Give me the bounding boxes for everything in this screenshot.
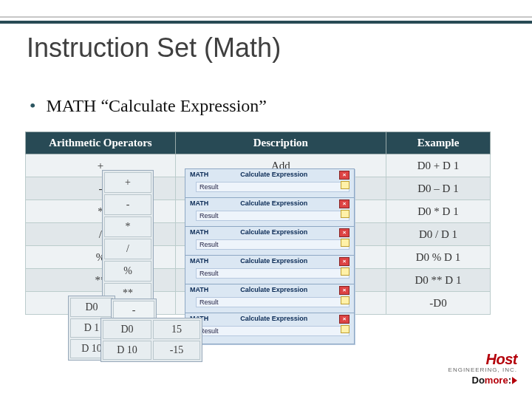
- popup-title-right: Calculate Expression: [240, 200, 307, 208]
- popup-result-row: Result: [196, 211, 349, 221]
- math-popup: MATHCalculate Expression× Result: [185, 255, 355, 287]
- popup-badge: [341, 239, 349, 247]
- popup-title-right: Calculate Expression: [240, 257, 307, 266]
- frag-reg: D 10: [103, 341, 151, 360]
- ex-cell: D0 ** D 1: [386, 269, 490, 292]
- math-popup: MATHCalculate Expression× Result: [185, 284, 355, 316]
- close-icon[interactable]: ×: [339, 257, 349, 266]
- popup-title-right: Calculate Expression: [240, 228, 307, 237]
- fragment-ops-column: + - * / % **: [102, 170, 154, 306]
- tagline-post: :: [508, 375, 511, 386]
- popup-result-row: Result: [196, 239, 349, 250]
- frag-op: -: [104, 194, 151, 215]
- popup-result-row: Result: [196, 268, 349, 279]
- math-popup: MATHCalculate Expression× Result: [185, 168, 355, 200]
- popup-title-left: MATH: [190, 171, 208, 180]
- brand-logo: Host ENGINEERING, INC. Domore:: [449, 351, 517, 386]
- popup-title-left: MATH: [190, 257, 208, 266]
- close-icon[interactable]: ×: [339, 200, 349, 208]
- ex-cell: -D0: [386, 292, 490, 315]
- frag-op: +: [104, 172, 151, 193]
- popup-badge: [341, 267, 349, 276]
- close-icon[interactable]: ×: [339, 315, 349, 324]
- math-popup: MATHCalculate Expression× Result: [185, 197, 355, 229]
- bullet-line: • MATH “Calculate Expression”: [30, 96, 267, 116]
- frag-value: 15: [153, 320, 200, 339]
- popup-title-right: Calculate Expression: [240, 315, 307, 324]
- frag-op: %: [104, 261, 151, 282]
- brand-subtitle: ENGINEERING, INC.: [449, 366, 517, 373]
- brand-tagline: Domore:: [449, 375, 517, 386]
- frag-op: *: [104, 216, 151, 237]
- popup-result-row: Result: [196, 182, 349, 192]
- close-icon[interactable]: ×: [339, 228, 349, 237]
- math-popup: MATHCalculate Expression× Result: [185, 313, 355, 344]
- bullet-dot: •: [30, 96, 35, 115]
- col-example: Example: [386, 132, 490, 154]
- ex-cell: D0 / D 1: [386, 223, 490, 246]
- popup-badge: [341, 210, 349, 218]
- col-arith: Arithmetic Operators: [26, 132, 176, 154]
- popup-title-left: MATH: [190, 286, 208, 295]
- tagline-pre: Do: [472, 375, 485, 386]
- col-desc: Description: [175, 132, 386, 154]
- table-header-row: Arithmetic Operators Description Example: [26, 132, 491, 154]
- popup-title-right: Calculate Expression: [240, 286, 307, 295]
- header-accent: [0, 16, 532, 24]
- tagline-em: more: [485, 375, 508, 386]
- popup-badge: [341, 181, 349, 189]
- fragment-values-table: D0 15 D 10 -15: [100, 318, 202, 362]
- frag-value: -15: [153, 341, 200, 360]
- close-icon[interactable]: ×: [339, 171, 349, 180]
- ex-cell: D0 – D 1: [386, 177, 490, 200]
- play-icon: [512, 377, 517, 384]
- popup-result-row: Result: [196, 297, 349, 307]
- math-popup: MATHCalculate Expression× Result: [185, 226, 355, 258]
- popup-badge: [341, 296, 349, 304]
- ex-cell: D0 * D 1: [386, 200, 490, 223]
- frag-op: /: [104, 239, 151, 259]
- ex-cell: D0 + D 1: [386, 154, 490, 177]
- popup-title-left: MATH: [190, 228, 208, 237]
- popup-title-left: MATH: [190, 200, 208, 208]
- close-icon[interactable]: ×: [339, 286, 349, 295]
- popup-stack: MATHCalculate Expression× Result MATHCal…: [185, 168, 355, 341]
- ex-cell: D0 % D 1: [386, 246, 490, 269]
- popup-result-row: Result: [196, 326, 349, 336]
- brand-name: Host: [449, 351, 517, 368]
- frag-reg: D0: [103, 320, 151, 339]
- page-title: Instruction Set (Math): [27, 33, 281, 64]
- bullet-text: MATH “Calculate Expression”: [46, 96, 267, 115]
- popup-title-right: Calculate Expression: [240, 171, 307, 180]
- frag-reg: D0: [70, 298, 113, 317]
- popup-badge: [341, 325, 349, 333]
